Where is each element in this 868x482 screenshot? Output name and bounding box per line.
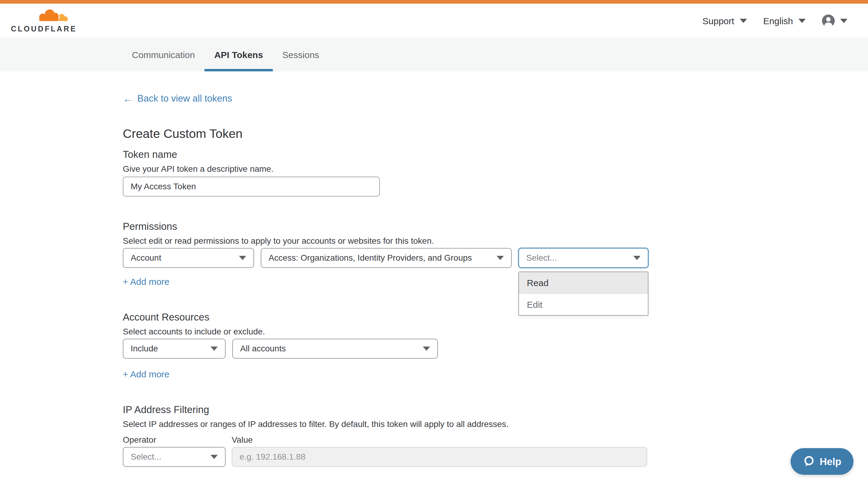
permission-group-select[interactable]: Access: Organizations, Identity Provider… bbox=[261, 248, 512, 268]
chevron-down-icon bbox=[497, 256, 504, 260]
ip-filtering-description: Select IP addresses or ranges of IP addr… bbox=[123, 419, 868, 428]
value-label: Value bbox=[232, 435, 253, 444]
tab-api-tokens[interactable]: API Tokens bbox=[205, 37, 273, 71]
language-menu[interactable]: English bbox=[763, 15, 806, 26]
support-menu[interactable]: Support bbox=[703, 15, 747, 26]
access-level-placeholder: Select... bbox=[526, 253, 557, 262]
include-exclude-select[interactable]: Include bbox=[123, 339, 226, 358]
chevron-down-icon bbox=[239, 256, 246, 260]
access-level-select[interactable]: Select... bbox=[518, 248, 648, 268]
back-arrow-icon: ← bbox=[123, 93, 133, 104]
chevron-down-icon bbox=[423, 346, 430, 350]
cloudflare-cloud-icon bbox=[34, 8, 69, 24]
account-resources-heading: Account Resources bbox=[123, 311, 868, 323]
support-label: Support bbox=[703, 15, 734, 26]
access-level-dropdown: Select... Read Edit bbox=[518, 248, 648, 268]
permissions-description: Select edit or read permissions to apply… bbox=[123, 235, 868, 245]
menu-option-edit[interactable]: Edit bbox=[519, 293, 648, 315]
menu-option-read[interactable]: Read bbox=[519, 272, 648, 293]
ip-filtering-labels: Operator Value bbox=[123, 435, 868, 444]
accounts-select[interactable]: All accounts bbox=[232, 339, 438, 358]
language-label: English bbox=[763, 15, 793, 26]
access-level-menu: Read Edit bbox=[518, 271, 648, 315]
chevron-down-icon bbox=[740, 19, 747, 23]
permission-scope-select[interactable]: Account bbox=[123, 248, 254, 268]
ip-operator-select[interactable]: Select... bbox=[123, 447, 226, 467]
ip-value-input[interactable] bbox=[232, 447, 647, 467]
chat-bubble-icon bbox=[803, 455, 815, 468]
account-resources-description: Select accounts to include or exclude. bbox=[123, 326, 868, 336]
page-viewport: CLOUDFLARE Support English bbox=[0, 0, 868, 482]
ip-filtering-heading: IP Address Filtering bbox=[123, 404, 868, 415]
chevron-down-icon bbox=[840, 19, 847, 23]
page-title: Create Custom Token bbox=[123, 126, 868, 140]
create-token-form: ← Back to view all tokens Create Custom … bbox=[0, 71, 868, 467]
user-avatar-icon bbox=[822, 14, 835, 27]
token-name-heading: Token name bbox=[123, 149, 868, 160]
back-to-tokens-link[interactable]: ← Back to view all tokens bbox=[123, 93, 232, 104]
header-menu-group: Support English bbox=[703, 4, 848, 37]
tab-communication[interactable]: Communication bbox=[122, 37, 205, 71]
chevron-down-icon bbox=[633, 256, 641, 260]
help-button-label: Help bbox=[819, 456, 841, 467]
chevron-down-icon bbox=[799, 19, 806, 23]
permissions-heading: Permissions bbox=[123, 220, 868, 232]
chevron-down-icon bbox=[211, 454, 218, 459]
chevron-down-icon bbox=[211, 346, 218, 350]
cloudflare-logo[interactable]: CLOUDFLARE bbox=[11, 8, 70, 33]
tab-sessions[interactable]: Sessions bbox=[273, 37, 329, 71]
add-more-permission-link[interactable]: + Add more bbox=[123, 276, 169, 286]
permission-scope-value: Account bbox=[131, 253, 161, 262]
settings-tab-bar: Communication API Tokens Sessions bbox=[0, 37, 868, 71]
account-resources-select-row: Include All accounts bbox=[123, 339, 868, 358]
app-header: CLOUDFLARE Support English bbox=[0, 4, 868, 37]
help-button[interactable]: Help bbox=[790, 448, 854, 475]
ip-filtering-row: Select... bbox=[123, 447, 868, 467]
add-more-account-resource-link[interactable]: + Add more bbox=[123, 368, 169, 379]
operator-label: Operator bbox=[123, 435, 232, 444]
back-link-label: Back to view all tokens bbox=[137, 93, 232, 104]
ip-operator-placeholder: Select... bbox=[131, 452, 161, 461]
account-menu[interactable] bbox=[822, 14, 847, 27]
permissions-select-row: Account Access: Organizations, Identity … bbox=[123, 248, 868, 268]
token-name-input[interactable] bbox=[123, 176, 380, 196]
include-exclude-value: Include bbox=[131, 344, 158, 353]
permission-group-value: Access: Organizations, Identity Provider… bbox=[269, 253, 472, 262]
accounts-value: All accounts bbox=[240, 344, 286, 353]
cloudflare-wordmark: CLOUDFLARE bbox=[11, 25, 70, 33]
brand-accent-bar bbox=[0, 0, 868, 4]
token-name-description: Give your API token a descriptive name. bbox=[123, 164, 868, 173]
